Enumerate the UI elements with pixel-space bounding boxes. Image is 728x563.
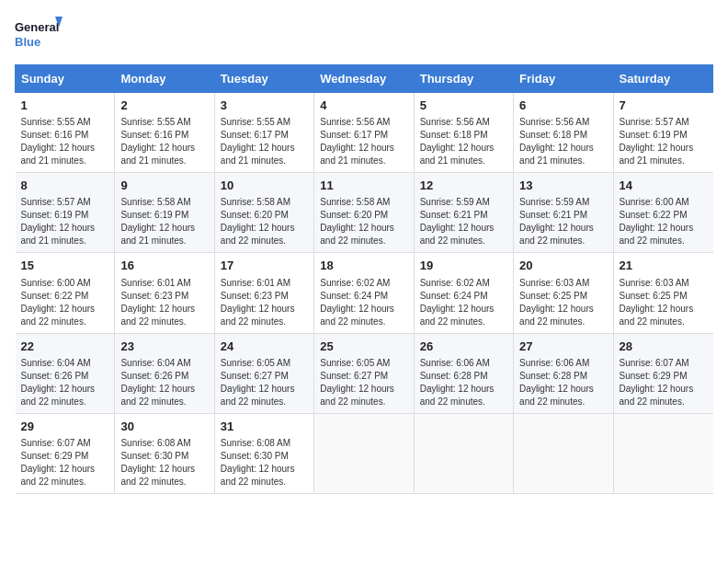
- cell-info: Sunrise: 6:02 AM Sunset: 6:24 PM Dayligh…: [320, 277, 407, 328]
- cell-info: Sunrise: 6:01 AM Sunset: 6:23 PM Dayligh…: [120, 277, 208, 328]
- day-number: 4: [320, 98, 407, 114]
- cell-info: Sunrise: 5:58 AM Sunset: 6:19 PM Dayligh…: [120, 196, 208, 247]
- calendar-cell: 28Sunrise: 6:07 AM Sunset: 6:29 PM Dayli…: [613, 333, 712, 413]
- week-row-3: 15Sunrise: 6:00 AM Sunset: 6:22 PM Dayli…: [16, 253, 713, 333]
- calendar-cell: 23Sunrise: 6:04 AM Sunset: 6:26 PM Dayli…: [115, 333, 214, 413]
- column-header-friday: Friday: [514, 65, 613, 93]
- day-number: 15: [21, 258, 109, 274]
- week-row-2: 8Sunrise: 5:57 AM Sunset: 6:19 PM Daylig…: [16, 173, 713, 253]
- day-number: 8: [21, 178, 109, 194]
- calendar-cell: 7Sunrise: 5:57 AM Sunset: 6:19 PM Daylig…: [613, 93, 712, 173]
- calendar-cell: [414, 413, 513, 493]
- day-number: 14: [620, 178, 708, 194]
- calendar-cell: [314, 413, 414, 493]
- calendar-cell: 19Sunrise: 6:02 AM Sunset: 6:24 PM Dayli…: [414, 253, 513, 333]
- calendar-header-row: SundayMondayTuesdayWednesdayThursdayFrid…: [16, 65, 713, 93]
- day-number: 6: [519, 98, 607, 114]
- day-number: 16: [120, 258, 208, 274]
- week-row-4: 22Sunrise: 6:04 AM Sunset: 6:26 PM Dayli…: [16, 333, 713, 413]
- cell-info: Sunrise: 5:57 AM Sunset: 6:19 PM Dayligh…: [21, 196, 109, 247]
- cell-info: Sunrise: 6:08 AM Sunset: 6:30 PM Dayligh…: [221, 437, 308, 488]
- cell-info: Sunrise: 5:55 AM Sunset: 6:16 PM Dayligh…: [120, 116, 208, 167]
- calendar-cell: 3Sunrise: 5:55 AM Sunset: 6:17 PM Daylig…: [214, 93, 313, 173]
- logo-svg: General Blue: [15, 15, 63, 55]
- cell-info: Sunrise: 6:00 AM Sunset: 6:22 PM Dayligh…: [620, 196, 708, 247]
- day-number: 21: [620, 258, 708, 274]
- calendar-cell: 16Sunrise: 6:01 AM Sunset: 6:23 PM Dayli…: [115, 253, 214, 333]
- cell-info: Sunrise: 6:04 AM Sunset: 6:26 PM Dayligh…: [120, 357, 208, 408]
- cell-info: Sunrise: 5:56 AM Sunset: 6:17 PM Dayligh…: [320, 116, 407, 167]
- calendar-cell: 4Sunrise: 5:56 AM Sunset: 6:17 PM Daylig…: [314, 93, 414, 173]
- day-number: 5: [420, 98, 507, 114]
- calendar-cell: [613, 413, 712, 493]
- column-header-saturday: Saturday: [613, 65, 712, 93]
- day-number: 12: [420, 178, 507, 194]
- calendar-cell: 18Sunrise: 6:02 AM Sunset: 6:24 PM Dayli…: [314, 253, 414, 333]
- day-number: 17: [221, 258, 308, 274]
- svg-text:Blue: Blue: [15, 35, 40, 49]
- cell-info: Sunrise: 5:56 AM Sunset: 6:18 PM Dayligh…: [519, 116, 607, 167]
- cell-info: Sunrise: 6:01 AM Sunset: 6:23 PM Dayligh…: [221, 277, 308, 328]
- cell-info: Sunrise: 5:55 AM Sunset: 6:17 PM Dayligh…: [221, 116, 308, 167]
- cell-info: Sunrise: 6:03 AM Sunset: 6:25 PM Dayligh…: [519, 277, 607, 328]
- cell-info: Sunrise: 5:59 AM Sunset: 6:21 PM Dayligh…: [519, 196, 607, 247]
- calendar-cell: 17Sunrise: 6:01 AM Sunset: 6:23 PM Dayli…: [214, 253, 313, 333]
- week-row-1: 1Sunrise: 5:55 AM Sunset: 6:16 PM Daylig…: [16, 93, 713, 173]
- day-number: 10: [221, 178, 308, 194]
- calendar-cell: 20Sunrise: 6:03 AM Sunset: 6:25 PM Dayli…: [514, 253, 613, 333]
- day-number: 20: [519, 258, 607, 274]
- calendar-cell: 25Sunrise: 6:05 AM Sunset: 6:27 PM Dayli…: [314, 333, 414, 413]
- svg-text:General: General: [15, 20, 59, 34]
- calendar-cell: 22Sunrise: 6:04 AM Sunset: 6:26 PM Dayli…: [16, 333, 115, 413]
- cell-info: Sunrise: 5:58 AM Sunset: 6:20 PM Dayligh…: [221, 196, 308, 247]
- day-number: 13: [519, 178, 607, 194]
- logo: General Blue: [15, 15, 63, 55]
- calendar-cell: 12Sunrise: 5:59 AM Sunset: 6:21 PM Dayli…: [414, 173, 513, 253]
- day-number: 30: [120, 419, 208, 435]
- calendar-cell: 2Sunrise: 5:55 AM Sunset: 6:16 PM Daylig…: [115, 93, 214, 173]
- cell-info: Sunrise: 6:04 AM Sunset: 6:26 PM Dayligh…: [21, 357, 109, 408]
- cell-info: Sunrise: 6:07 AM Sunset: 6:29 PM Dayligh…: [620, 357, 708, 408]
- calendar-cell: 21Sunrise: 6:03 AM Sunset: 6:25 PM Dayli…: [613, 253, 712, 333]
- cell-info: Sunrise: 6:00 AM Sunset: 6:22 PM Dayligh…: [21, 277, 109, 328]
- calendar-cell: 30Sunrise: 6:08 AM Sunset: 6:30 PM Dayli…: [115, 413, 214, 493]
- calendar-cell: 14Sunrise: 6:00 AM Sunset: 6:22 PM Dayli…: [613, 173, 712, 253]
- cell-info: Sunrise: 5:58 AM Sunset: 6:20 PM Dayligh…: [320, 196, 407, 247]
- column-header-tuesday: Tuesday: [214, 65, 313, 93]
- day-number: 23: [120, 339, 208, 355]
- cell-info: Sunrise: 6:02 AM Sunset: 6:24 PM Dayligh…: [420, 277, 507, 328]
- day-number: 22: [21, 339, 109, 355]
- calendar-cell: 29Sunrise: 6:07 AM Sunset: 6:29 PM Dayli…: [16, 413, 115, 493]
- day-number: 29: [21, 419, 109, 435]
- cell-info: Sunrise: 6:08 AM Sunset: 6:30 PM Dayligh…: [120, 437, 208, 488]
- calendar-cell: 27Sunrise: 6:06 AM Sunset: 6:28 PM Dayli…: [514, 333, 613, 413]
- day-number: 2: [120, 98, 208, 114]
- day-number: 25: [320, 339, 407, 355]
- day-number: 3: [221, 98, 308, 114]
- cell-info: Sunrise: 5:57 AM Sunset: 6:19 PM Dayligh…: [620, 116, 708, 167]
- calendar-cell: 8Sunrise: 5:57 AM Sunset: 6:19 PM Daylig…: [16, 173, 115, 253]
- cell-info: Sunrise: 6:06 AM Sunset: 6:28 PM Dayligh…: [519, 357, 607, 408]
- calendar-cell: [514, 413, 613, 493]
- calendar-cell: 26Sunrise: 6:06 AM Sunset: 6:28 PM Dayli…: [414, 333, 513, 413]
- cell-info: Sunrise: 6:05 AM Sunset: 6:27 PM Dayligh…: [221, 357, 308, 408]
- calendar-cell: 5Sunrise: 5:56 AM Sunset: 6:18 PM Daylig…: [414, 93, 513, 173]
- day-number: 9: [120, 178, 208, 194]
- column-header-wednesday: Wednesday: [314, 65, 414, 93]
- cell-info: Sunrise: 6:05 AM Sunset: 6:27 PM Dayligh…: [320, 357, 407, 408]
- page-header: General Blue: [15, 15, 713, 55]
- calendar-cell: 15Sunrise: 6:00 AM Sunset: 6:22 PM Dayli…: [16, 253, 115, 333]
- day-number: 28: [620, 339, 708, 355]
- cell-info: Sunrise: 5:56 AM Sunset: 6:18 PM Dayligh…: [420, 116, 507, 167]
- cell-info: Sunrise: 5:59 AM Sunset: 6:21 PM Dayligh…: [420, 196, 507, 247]
- cell-info: Sunrise: 6:06 AM Sunset: 6:28 PM Dayligh…: [420, 357, 507, 408]
- calendar-cell: 1Sunrise: 5:55 AM Sunset: 6:16 PM Daylig…: [16, 93, 115, 173]
- calendar-cell: 10Sunrise: 5:58 AM Sunset: 6:20 PM Dayli…: [214, 173, 313, 253]
- cell-info: Sunrise: 6:03 AM Sunset: 6:25 PM Dayligh…: [620, 277, 708, 328]
- day-number: 26: [420, 339, 507, 355]
- calendar-cell: 13Sunrise: 5:59 AM Sunset: 6:21 PM Dayli…: [514, 173, 613, 253]
- cell-info: Sunrise: 6:07 AM Sunset: 6:29 PM Dayligh…: [21, 437, 109, 488]
- calendar-cell: 24Sunrise: 6:05 AM Sunset: 6:27 PM Dayli…: [214, 333, 313, 413]
- week-row-5: 29Sunrise: 6:07 AM Sunset: 6:29 PM Dayli…: [16, 413, 713, 493]
- day-number: 31: [221, 419, 308, 435]
